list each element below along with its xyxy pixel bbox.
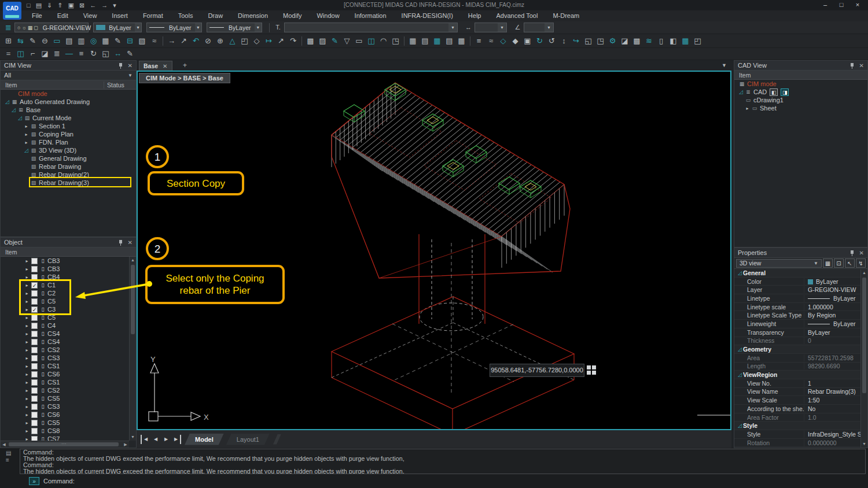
object-checkbox[interactable] (31, 379, 38, 386)
column-status[interactable]: Status (104, 82, 131, 88)
command-list-icon[interactable]: ▤ (6, 450, 11, 456)
menu-advanced-tool[interactable]: Advanced Tool (488, 10, 545, 21)
property-transparency[interactable]: TransparencyByLayer (734, 328, 867, 337)
cad-tool-icon[interactable]: — (63, 48, 75, 60)
cad-item-cim-mode[interactable]: ▦CIM mode (734, 80, 867, 88)
property-rotation[interactable]: Rotation0.0000000 (734, 439, 867, 448)
close-button[interactable]: × (849, 0, 866, 10)
expander-closed-icon[interactable]: ▸ (24, 331, 30, 337)
first-sheet-icon[interactable]: ◀ (141, 435, 150, 444)
cad-tool-icon[interactable]: = (2, 48, 14, 60)
cad-tool-icon[interactable]: ◰ (238, 35, 251, 47)
scroll-left-icon[interactable]: ◀ (1, 441, 8, 448)
cad-tool-icon[interactable]: ▤ (443, 35, 455, 47)
expander-closed-icon[interactable]: ▸ (24, 339, 30, 345)
cad-tool-icon[interactable]: ↷ (287, 35, 299, 47)
object-item-cs3[interactable]: ▸▯CS3 (1, 402, 136, 411)
object-checkbox[interactable] (31, 355, 38, 361)
cad-tool-icon[interactable]: ◪ (619, 35, 631, 47)
property-section-general[interactable]: ◿General (734, 269, 867, 278)
cad-tool-icon[interactable]: ◧ (667, 35, 679, 47)
pin-icon[interactable] (849, 250, 855, 256)
cad-tool-icon[interactable]: ▤ (63, 35, 75, 47)
menu-dimension[interactable]: Dimension (230, 10, 275, 21)
cad-tool-icon[interactable]: ▣ (521, 35, 534, 47)
object-item-cs5[interactable]: ▸▯CS5 (1, 394, 136, 402)
cad-item-cad[interactable]: ◿≣CAD◧◨ (734, 88, 867, 96)
cad-tool-icon[interactable]: ↺ (546, 35, 558, 47)
pin-icon[interactable] (849, 62, 855, 69)
object-item-c4[interactable]: ▸▯C4 (1, 321, 136, 330)
cad-tool-icon[interactable]: ↪ (570, 35, 582, 47)
scroll-down-icon[interactable]: ▼ (861, 441, 867, 448)
property-linetype[interactable]: LinetypeByLayer (734, 294, 867, 303)
object-checkbox[interactable] (31, 266, 38, 272)
cad-tool-icon[interactable]: ▩ (631, 35, 643, 47)
expander-closed-icon[interactable]: ▸ (24, 258, 30, 264)
cad-tool-icon[interactable]: ↔ (112, 48, 124, 60)
cad-tool-icon[interactable]: ≋ (643, 35, 655, 47)
scroll-up-icon[interactable]: ▲ (130, 257, 136, 264)
object-item-cb3[interactable]: ▸▯CB3 (1, 265, 136, 273)
menu-view[interactable]: View (76, 10, 105, 21)
fullscreen-view-icon[interactable]: ◨ (781, 88, 789, 96)
pin-icon[interactable] (118, 239, 123, 246)
object-checkbox[interactable] (31, 428, 38, 434)
column-item[interactable]: Item (5, 249, 131, 256)
expander-open-icon[interactable]: ◿ (737, 270, 743, 276)
object-item-cs1[interactable]: ▸▯CS1 (1, 378, 136, 386)
cad-tool-icon[interactable]: ▭ (353, 35, 365, 47)
property-according-to-the-she[interactable]: According to the she...No (734, 405, 867, 413)
cad-tool-icon[interactable]: ◰ (692, 35, 704, 47)
cad-tool-icon[interactable]: ≈ (485, 35, 497, 47)
property-area-factor[interactable]: Area Factor1.0 (734, 413, 867, 422)
object-item-cb3[interactable]: ▸▯CB3 (1, 257, 136, 265)
cad-item-sheet[interactable]: ▸▭Sheet (734, 104, 867, 112)
expander-closed-icon[interactable]: ▸ (24, 356, 30, 361)
menu-modify[interactable]: Modify (275, 10, 309, 21)
cim-item-rebar-drawing[interactable]: ▨Rebar Drawing (1, 162, 136, 171)
cad-tool-icon[interactable]: ✎ (329, 35, 341, 47)
expander-open-icon[interactable]: ◿ (738, 89, 744, 95)
expander-closed-icon[interactable]: ▸ (24, 404, 30, 409)
text-style-select[interactable]: ▾ (284, 23, 458, 32)
expander-closed-icon[interactable]: ▸ (24, 380, 30, 385)
expander-open-icon[interactable]: ◿ (17, 115, 23, 121)
cad-tool-icon[interactable]: ▦ (455, 35, 468, 47)
menu-help[interactable]: Help (461, 10, 489, 21)
cad-tool-icon[interactable]: ✎ (112, 35, 124, 47)
expander-closed-icon[interactable]: ▸ (744, 106, 751, 111)
expander-open-icon[interactable]: ◿ (737, 372, 743, 378)
object-checkbox[interactable] (31, 371, 38, 378)
expander-closed-icon[interactable]: ▸ (24, 428, 30, 434)
cad-tool-icon[interactable]: ▯ (655, 35, 667, 47)
expander-open-icon[interactable]: ◿ (4, 99, 10, 105)
property-section-style[interactable]: ◿Style (734, 422, 867, 430)
restore-button[interactable]: □ (833, 0, 849, 10)
property-view-scale[interactable]: View Scale1:50 (734, 396, 867, 405)
cad-tool-icon[interactable]: ▽ (341, 35, 353, 47)
object-checkbox[interactable] (31, 404, 38, 410)
property-layer[interactable]: LayerG-REGION-VIEW (734, 286, 867, 294)
object-checkbox[interactable] (31, 323, 38, 329)
cad-tool-icon[interactable]: ✎ (124, 48, 136, 60)
cad-tool-icon[interactable]: ▦ (679, 35, 692, 47)
cim-item-auto-generated-drawing[interactable]: ◿▦Auto Generated Drawing (1, 98, 136, 106)
expander-closed-icon[interactable]: ▸ (24, 315, 30, 320)
cim-item-3d-view-3d[interactable]: ◿▨3D View (3D) (1, 146, 136, 154)
property-length[interactable]: Length98290.6690 (734, 363, 867, 371)
expander-closed-icon[interactable]: ▸ (24, 388, 30, 393)
expander-closed-icon[interactable]: ▸ (24, 420, 30, 426)
cim-item-cim-mode[interactable]: CIM mode (1, 90, 136, 98)
select-objects-icon[interactable]: ⊡ (834, 258, 844, 268)
menu-insert[interactable]: Insert (104, 10, 135, 21)
multileader-style-select[interactable]: ▾ (524, 23, 554, 32)
expander-closed-icon[interactable]: ▸ (24, 323, 30, 328)
object-vertical-scrollbar[interactable]: ▲ ▼ (129, 257, 136, 441)
object-item-cs4[interactable]: ▸▯CS4 (1, 338, 136, 346)
cad-tool-icon[interactable]: ⊘ (202, 35, 214, 47)
scroll-up-icon[interactable]: ▲ (861, 269, 867, 276)
viewport-grid-icon[interactable] (587, 365, 596, 375)
cad-tool-icon[interactable]: ↦ (263, 35, 275, 47)
expander-closed-icon[interactable]: ▸ (24, 412, 30, 417)
